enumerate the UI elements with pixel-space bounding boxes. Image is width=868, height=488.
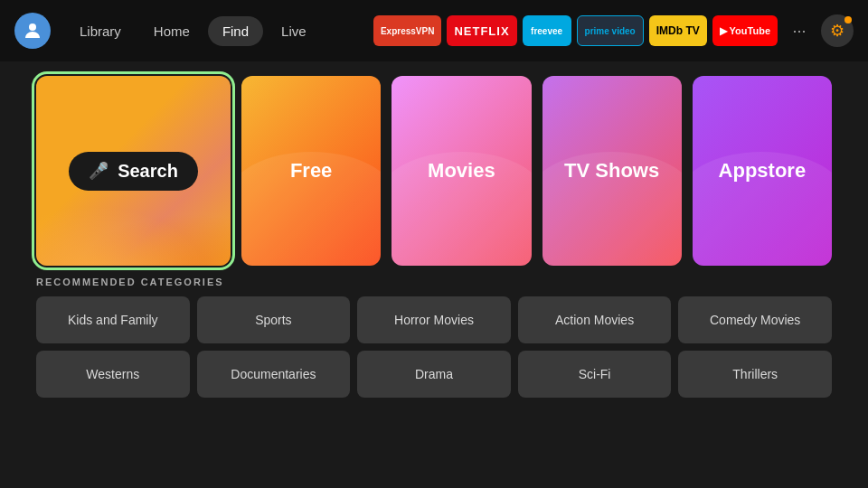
settings-button[interactable]: ⚙ <box>821 14 854 47</box>
nav-live[interactable]: Live <box>267 16 321 46</box>
app-icons: ExpressVPN NETFLIX freevee prime video I… <box>373 14 854 47</box>
categories-grid: Kids and Family Sports Horror Movies Act… <box>36 296 832 398</box>
nav: Library Home Find Live <box>65 16 321 46</box>
tile-movies[interactable]: Movies <box>392 76 531 266</box>
avatar[interactable] <box>14 13 51 49</box>
search-label: Search <box>118 161 178 182</box>
tiles-row: 🎤 Search Free Movies TV Shows Appstore <box>36 76 832 266</box>
category-drama[interactable]: Drama <box>357 351 511 398</box>
category-thrillers[interactable]: Thrillers <box>678 351 832 398</box>
nav-home[interactable]: Home <box>139 16 204 46</box>
tile-tvshows[interactable]: TV Shows <box>542 76 682 266</box>
wave-overlay <box>542 152 682 266</box>
app-youtube[interactable]: ▶ YouTube <box>712 15 778 46</box>
category-sports[interactable]: Sports <box>197 296 351 343</box>
category-scifi[interactable]: Sci-Fi <box>518 351 672 398</box>
app-expressvpn[interactable]: ExpressVPN <box>373 15 441 46</box>
wave-overlay <box>693 152 832 266</box>
categories-section: RECOMMENDED CATEGORIES Kids and Family S… <box>0 277 868 398</box>
svg-point-0 <box>29 23 36 31</box>
app-prime[interactable]: prime video <box>577 15 644 46</box>
nav-library[interactable]: Library <box>65 16 136 46</box>
wave-overlay <box>392 152 531 266</box>
category-documentaries[interactable]: Documentaries <box>197 351 351 398</box>
tile-search[interactable]: 🎤 Search <box>36 76 231 266</box>
category-westerns[interactable]: Westerns <box>36 351 190 398</box>
category-kids-and-family[interactable]: Kids and Family <box>36 296 190 343</box>
search-pill[interactable]: 🎤 Search <box>69 152 198 191</box>
tile-free[interactable]: Free <box>241 76 381 266</box>
app-freevee[interactable]: freevee <box>523 15 571 46</box>
category-action-movies[interactable]: Action Movies <box>518 296 672 343</box>
nav-find[interactable]: Find <box>208 16 263 46</box>
header: Library Home Find Live ExpressVPN NETFLI… <box>0 0 868 61</box>
app-imdb[interactable]: IMDb TV <box>649 15 707 46</box>
mic-icon: 🎤 <box>89 161 108 181</box>
app-netflix[interactable]: NETFLIX <box>447 15 516 46</box>
categories-title: RECOMMENDED CATEGORIES <box>36 277 832 287</box>
wave-decoration <box>36 193 231 266</box>
gear-icon: ⚙ <box>830 21 844 41</box>
tile-appstore[interactable]: Appstore <box>693 76 832 266</box>
category-comedy-movies[interactable]: Comedy Movies <box>678 296 832 343</box>
main-content: 🎤 Search Free Movies TV Shows Appstore <box>0 61 868 277</box>
settings-notification-dot <box>844 16 852 23</box>
more-button[interactable]: ··· <box>783 15 816 46</box>
wave-overlay <box>241 152 381 266</box>
category-horror-movies[interactable]: Horror Movies <box>357 296 511 343</box>
